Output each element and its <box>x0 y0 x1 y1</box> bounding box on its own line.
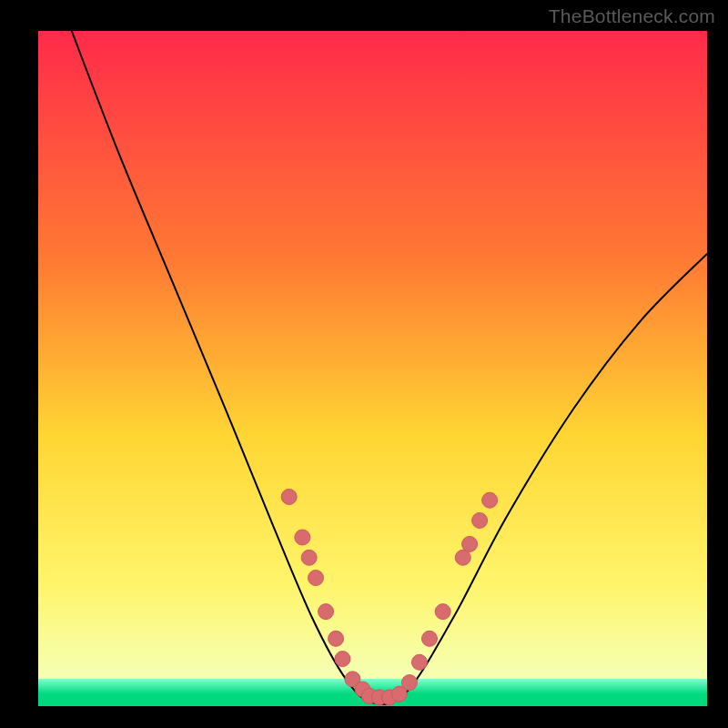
data-point <box>295 530 310 545</box>
data-point <box>435 604 450 620</box>
data-point <box>301 550 317 565</box>
data-point <box>411 654 427 670</box>
data-point <box>462 536 478 551</box>
bottleneck-curve <box>72 31 707 704</box>
data-point <box>335 652 350 667</box>
chart-svg <box>38 31 707 706</box>
data-point <box>318 604 334 620</box>
watermark-text: TheBottleneck.com <box>549 5 715 27</box>
data-point <box>281 489 297 504</box>
data-point <box>308 571 324 586</box>
data-point <box>401 675 417 691</box>
data-point <box>482 492 498 508</box>
data-point <box>329 631 344 646</box>
plot-area <box>38 31 707 706</box>
data-point <box>421 631 437 646</box>
chart-frame: TheBottleneck.com <box>0 0 728 728</box>
data-point <box>472 512 488 528</box>
